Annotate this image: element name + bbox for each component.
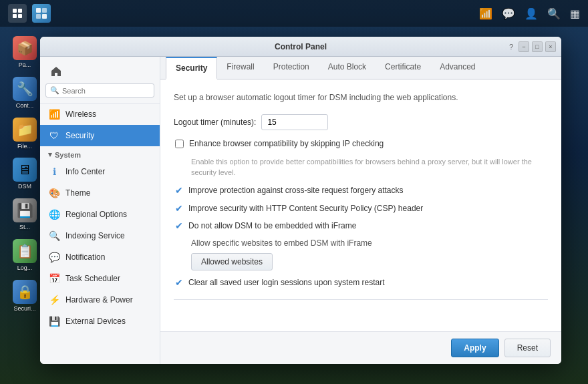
apply-button[interactable]: Apply xyxy=(451,339,498,357)
info-icon: ℹ xyxy=(48,166,60,178)
sidebar-item-label: Notification xyxy=(65,252,105,262)
taskbar-left xyxy=(8,4,51,23)
panel-description: Set up a browser automatic logout timer … xyxy=(174,91,548,104)
tab-auto-block[interactable]: Auto Block xyxy=(319,57,376,79)
csp-row: ✔ Improve security with HTTP Content Sec… xyxy=(174,203,548,214)
sidebar-item-label: Regional Options xyxy=(65,210,127,219)
clear-sessions-label: Clear all saved user login sessions upon… xyxy=(188,277,384,289)
csp-label: Improve security with HTTP Content Secur… xyxy=(188,203,423,214)
desktop-icon-dsm[interactable]: 🖥 DSM xyxy=(8,155,41,193)
csrf-label: Improve protection against cross-site re… xyxy=(188,185,403,196)
svg-rect-1 xyxy=(18,9,22,13)
home-button[interactable] xyxy=(45,62,67,81)
svg-rect-5 xyxy=(42,8,47,13)
content-area: Security Firewall Protection Auto Block … xyxy=(160,57,561,364)
external-icon: 💾 xyxy=(48,315,60,327)
iframe-label: Do not allow DSM to be embedded with iFr… xyxy=(188,220,356,232)
notification-icon: 💬 xyxy=(48,251,60,263)
title-bar: Control Panel ? − □ × xyxy=(40,37,561,57)
sidebar-item-label: Hardware & Power xyxy=(65,295,133,305)
section-label: System xyxy=(55,151,81,159)
tab-protection[interactable]: Protection xyxy=(264,57,319,79)
tab-certificate[interactable]: Certificate xyxy=(376,57,430,79)
hardware-icon: ⚡ xyxy=(48,294,60,306)
clear-sessions-row: ✔ Clear all saved user login sessions up… xyxy=(174,277,548,289)
sidebar-item-hardware-power[interactable]: ⚡ Hardware & Power xyxy=(40,289,160,311)
logout-timer-input[interactable] xyxy=(261,114,328,130)
desktop-icon-file[interactable]: 📁 File... xyxy=(8,115,41,153)
panel-divider xyxy=(174,299,548,300)
sidebar-item-task-scheduler[interactable]: 📅 Task Scheduler xyxy=(40,268,160,289)
sidebar-item-security[interactable]: 🛡 Security xyxy=(40,125,160,146)
sidebar-item-wireless[interactable]: 📶 Wireless xyxy=(40,104,160,125)
security-icon: 🛡 xyxy=(48,130,60,142)
task-icon: 📅 xyxy=(48,272,60,284)
sidebar-item-external-devices[interactable]: 💾 External Devices xyxy=(40,311,160,332)
reset-button[interactable]: Reset xyxy=(504,339,551,357)
window-controls: ? − □ × xyxy=(509,41,556,52)
sidebar: 🔍 📶 Wireless 🛡 Security ▾ System ℹ Info … xyxy=(40,57,160,364)
allowed-websites-button[interactable]: Allowed websites xyxy=(191,253,273,270)
tab-security[interactable]: Security xyxy=(166,57,217,79)
wifi-icon[interactable]: 📶 xyxy=(479,7,492,20)
theme-icon: 🎨 xyxy=(48,187,60,199)
sidebar-item-regional-options[interactable]: 🌐 Regional Options xyxy=(40,204,160,225)
desktop-icons: 📦 Pa... 🔧 Cont... 📁 File... 🖥 DSM 💾 St..… xyxy=(8,33,41,315)
clear-sessions-checkmark: ✔ xyxy=(175,277,183,288)
sidebar-item-indexing-service[interactable]: 🔍 Indexing Service xyxy=(40,225,160,246)
svg-rect-2 xyxy=(13,14,17,18)
taskbar-right: 📶 💬 👤 🔍 ▦ xyxy=(479,7,580,20)
desktop-icon-packages[interactable]: 📦 Pa... xyxy=(8,33,41,71)
taskbar: 📶 💬 👤 🔍 ▦ xyxy=(0,0,588,27)
window-title: Control Panel xyxy=(275,42,327,51)
window-body: 🔍 📶 Wireless 🛡 Security ▾ System ℹ Info … xyxy=(40,57,561,364)
close-button[interactable]: × xyxy=(545,41,556,52)
svg-rect-0 xyxy=(13,9,17,13)
maximize-button[interactable]: □ xyxy=(532,41,543,52)
csp-checkmark: ✔ xyxy=(175,203,183,214)
sidebar-item-label: Theme xyxy=(65,188,90,198)
logout-timer-label: Logout timer (minutes): xyxy=(174,118,256,127)
ip-checking-info: Enable this option to provide better com… xyxy=(191,156,548,178)
help-button[interactable]: ? xyxy=(509,43,513,51)
search-icon[interactable]: 🔍 xyxy=(547,7,561,20)
svg-rect-6 xyxy=(36,14,41,19)
control-panel-window: Control Panel ? − □ × 🔍 📶 Wireless xyxy=(40,37,561,364)
tabs: Security Firewall Protection Auto Block … xyxy=(160,57,561,79)
panel-footer: Apply Reset xyxy=(160,331,561,364)
csrf-checkmark: ✔ xyxy=(175,185,183,196)
taskbar-app-icon[interactable] xyxy=(32,4,51,23)
desktop-icon-security[interactable]: 🔒 Securi... xyxy=(8,277,41,315)
indexing-icon: 🔍 xyxy=(48,230,60,242)
sidebar-item-notification[interactable]: 💬 Notification xyxy=(40,246,160,268)
iframe-row: ✔ Do not allow DSM to be embedded with i… xyxy=(174,220,548,232)
sidebar-section-system: ▾ System xyxy=(40,146,160,161)
sidebar-item-info-center[interactable]: ℹ Info Center xyxy=(40,161,160,182)
sidebar-item-label: Indexing Service xyxy=(65,231,125,240)
apps-grid-button[interactable] xyxy=(8,4,27,23)
sidebar-item-theme[interactable]: 🎨 Theme xyxy=(40,182,160,204)
sidebar-header: 🔍 xyxy=(40,57,160,104)
csrf-row: ✔ Improve protection against cross-site … xyxy=(174,185,548,196)
ip-checking-checkbox[interactable] xyxy=(175,140,184,148)
ip-checking-row: Enhance browser compatibility by skippin… xyxy=(174,138,548,150)
grid-icon[interactable]: ▦ xyxy=(570,7,580,20)
chat-icon[interactable]: 💬 xyxy=(502,7,515,20)
svg-rect-7 xyxy=(42,14,47,19)
ip-checking-label: Enhance browser compatibility by skippin… xyxy=(189,138,384,150)
user-icon[interactable]: 👤 xyxy=(525,7,538,20)
search-input[interactable] xyxy=(62,87,150,95)
minimize-button[interactable]: − xyxy=(519,41,529,52)
tab-advanced[interactable]: Advanced xyxy=(430,57,484,79)
iframe-sub-label: Allow specific websites to embed DSM wit… xyxy=(191,238,548,248)
sidebar-item-label: Security xyxy=(65,131,94,140)
desktop-icon-control[interactable]: 🔧 Cont... xyxy=(8,74,41,112)
desktop-icon-storage[interactable]: 💾 St... xyxy=(8,196,41,234)
sidebar-item-label: Task Scheduler xyxy=(65,274,120,283)
svg-rect-3 xyxy=(18,14,22,18)
tab-firewall[interactable]: Firewall xyxy=(217,57,263,79)
wireless-icon: 📶 xyxy=(48,108,60,120)
desktop-icon-log[interactable]: 📋 Log... xyxy=(8,236,41,274)
logout-timer-row: Logout timer (minutes): xyxy=(174,114,548,130)
search-box: 🔍 xyxy=(45,83,154,98)
